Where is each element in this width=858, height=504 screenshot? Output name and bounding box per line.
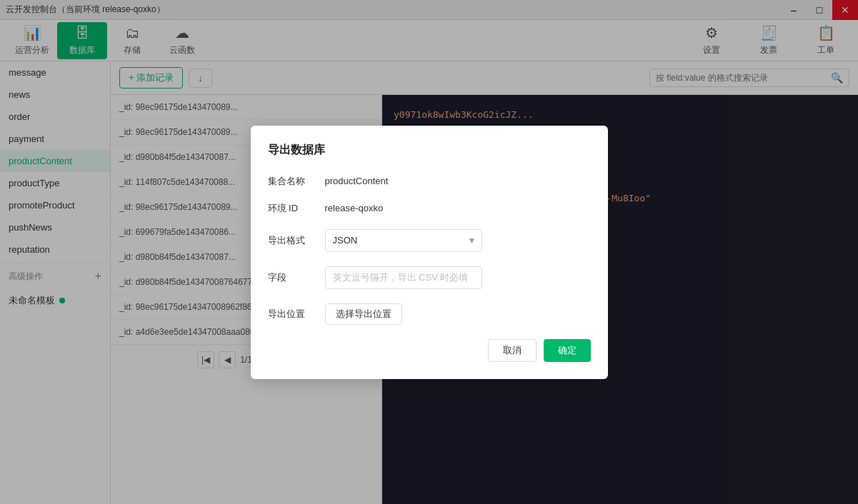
form-row-format: 导出格式 JSON CSV ▼ bbox=[268, 229, 591, 252]
cancel-button[interactable]: 取消 bbox=[488, 339, 537, 362]
export-modal: 导出数据库 集合名称 productContent 环境 ID release-… bbox=[251, 126, 608, 379]
modal-footer: 取消 确定 bbox=[268, 339, 591, 362]
field-input[interactable] bbox=[325, 266, 482, 289]
form-label-collection: 集合名称 bbox=[268, 175, 325, 188]
form-value-env: release-qoxko bbox=[325, 203, 384, 213]
form-select-wrap-format: JSON CSV ▼ bbox=[325, 229, 482, 252]
form-value-collection: productContent bbox=[325, 176, 389, 186]
form-row-collection: 集合名称 productContent bbox=[268, 175, 591, 188]
form-label-field: 字段 bbox=[268, 271, 325, 284]
format-select[interactable]: JSON CSV bbox=[325, 229, 482, 252]
modal-title: 导出数据库 bbox=[268, 143, 591, 158]
location-button[interactable]: 选择导出位置 bbox=[325, 303, 402, 325]
form-row-location: 导出位置 选择导出位置 bbox=[268, 303, 591, 325]
form-label-format: 导出格式 bbox=[268, 234, 325, 247]
confirm-button[interactable]: 确定 bbox=[544, 339, 591, 362]
form-row-env: 环境 ID release-qoxko bbox=[268, 202, 591, 215]
form-label-location: 导出位置 bbox=[268, 308, 325, 321]
modal-overlay: 导出数据库 集合名称 productContent 环境 ID release-… bbox=[0, 0, 858, 504]
form-row-field: 字段 bbox=[268, 266, 591, 289]
form-label-env: 环境 ID bbox=[268, 202, 325, 215]
